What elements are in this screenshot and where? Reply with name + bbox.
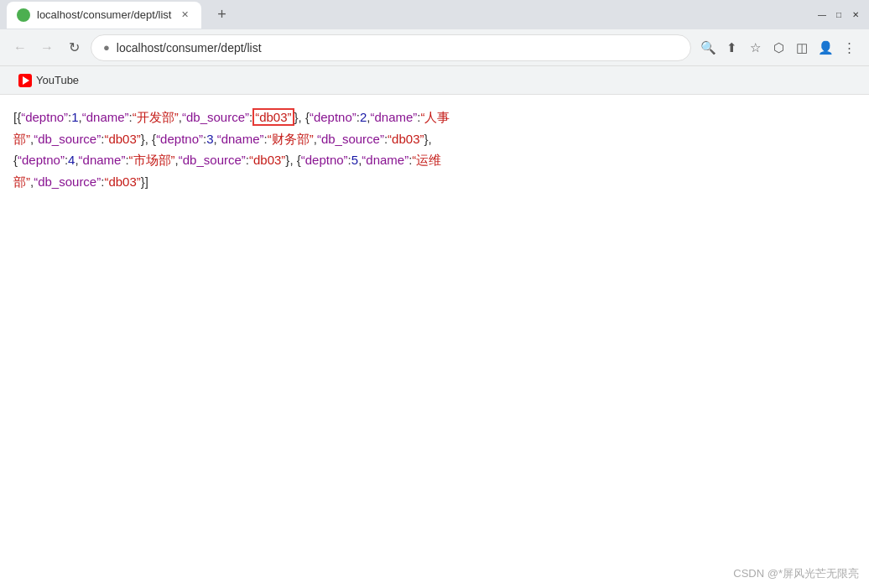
address-bar: ← → ↻ ● localhost/consumer/dept/list 🔍 ⬆… (0, 29, 869, 66)
val-dname-4: “市场部” (129, 153, 175, 167)
forward-button[interactable]: → (37, 38, 57, 58)
key-dname-4: “dname” (79, 153, 126, 167)
val-dbsource-5: “db03” (104, 174, 140, 189)
sep-4: , (289, 153, 296, 167)
key-deptno-4: “deptno” (18, 153, 65, 167)
menu-icon[interactable]: ⋮ (839, 38, 859, 58)
close-button[interactable]: ✕ (849, 8, 862, 22)
title-bar: localhost/consumer/dept/list ✕ + — □ ✕ (0, 0, 869, 29)
maximize-button[interactable]: □ (832, 8, 846, 22)
key-dbsource-4: “db_source” (179, 153, 246, 167)
key-deptno-3: “deptno” (156, 132, 203, 146)
val-deptno-1: 1 (71, 110, 78, 124)
share-icon[interactable]: ⬆ (721, 38, 742, 58)
star-icon[interactable]: ☆ (745, 38, 765, 58)
sidebar-icon[interactable]: ◫ (792, 38, 812, 58)
new-tab-button[interactable]: + (210, 3, 233, 27)
url-bar[interactable]: ● localhost/consumer/dept/list (91, 34, 691, 61)
key-dbsource-1: “db_source” (182, 110, 249, 124)
sep-3: , (428, 132, 431, 146)
key-deptno-2: “deptno” (310, 110, 356, 124)
back-button[interactable]: ← (10, 38, 30, 58)
bracket-close: ] (145, 174, 148, 189)
val-dname-3: “财务部” (268, 132, 314, 146)
key-deptno-5: “deptno” (301, 153, 348, 167)
browser-tab[interactable]: localhost/consumer/dept/list ✕ (7, 2, 201, 29)
key-dbsource-3: “db_source” (317, 132, 384, 146)
json-output: [{“deptno”:1,“dname”:“开发部”,“db_source”:“… (13, 107, 856, 192)
youtube-bookmark[interactable]: YouTube (10, 70, 87, 91)
tab-close-button[interactable]: ✕ (178, 8, 191, 22)
minimize-button[interactable]: — (815, 8, 829, 22)
val-deptno-5: 5 (351, 153, 358, 167)
key-dname-2: “dname” (370, 110, 417, 124)
val-deptno-3: 3 (206, 132, 213, 146)
extension-icon[interactable]: ⬡ (768, 38, 788, 58)
reload-button[interactable]: ↻ (64, 38, 84, 58)
key-dbsource-2: “db_source” (34, 132, 101, 146)
key-dname-5: “dname” (362, 153, 408, 167)
tab-favicon (17, 8, 30, 22)
tab-label: localhost/consumer/dept/list (37, 8, 171, 21)
val-dname-1: “开发部” (133, 110, 179, 124)
val-dbsource-1-highlighted: “db03” (252, 108, 294, 126)
val-dbsource-4: “db03” (249, 153, 285, 167)
search-icon[interactable]: 🔍 (698, 38, 718, 58)
val-dbsource-3: “db03” (388, 132, 424, 146)
key-dname-3: “dname” (217, 132, 264, 146)
youtube-icon (18, 74, 32, 87)
bookmarks-bar: YouTube (0, 66, 869, 95)
lock-icon: ● (103, 41, 110, 54)
window-controls: — □ ✕ (815, 8, 862, 22)
val-dbsource-2: “db03” (104, 132, 140, 146)
sep-1: , (299, 110, 305, 124)
url-text: localhost/consumer/dept/list (117, 41, 679, 55)
youtube-label: YouTube (36, 74, 79, 86)
sep-2: , (145, 132, 152, 146)
key-dname-1: “dname” (82, 110, 129, 124)
profile-icon[interactable]: 👤 (815, 38, 835, 58)
key-deptno-1: “deptno” (21, 110, 68, 124)
key-dbsource-5: “db_source” (34, 174, 101, 189)
address-icons: 🔍 ⬆ ☆ ⬡ ◫ 👤 ⋮ (698, 38, 859, 58)
page-content: [{“deptno”:1,“dname”:“开发部”,“db_source”:“… (0, 95, 869, 204)
